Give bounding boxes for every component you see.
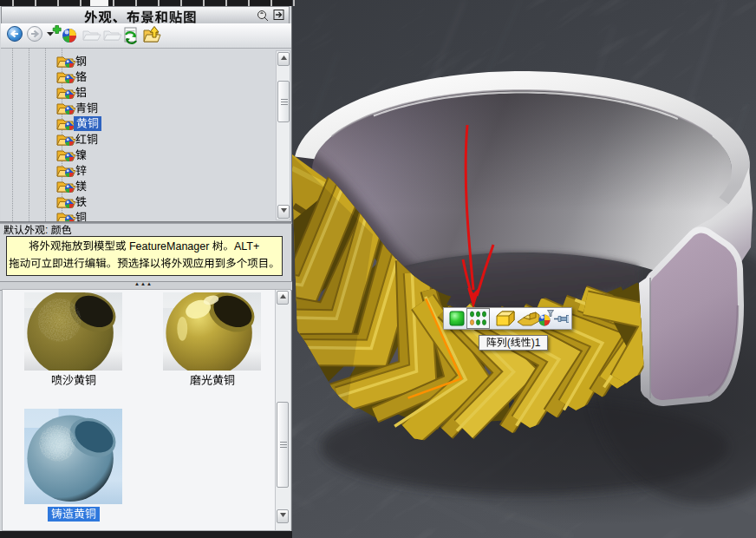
- svg-text:FeatureManager: FeatureManager: [127, 240, 212, 253]
- svg-text::: :: [45, 225, 51, 236]
- svg-text:(: (: [507, 337, 511, 349]
- svg-text:)1: )1: [531, 337, 541, 349]
- svg-text:ALT+: ALT+: [234, 240, 259, 253]
